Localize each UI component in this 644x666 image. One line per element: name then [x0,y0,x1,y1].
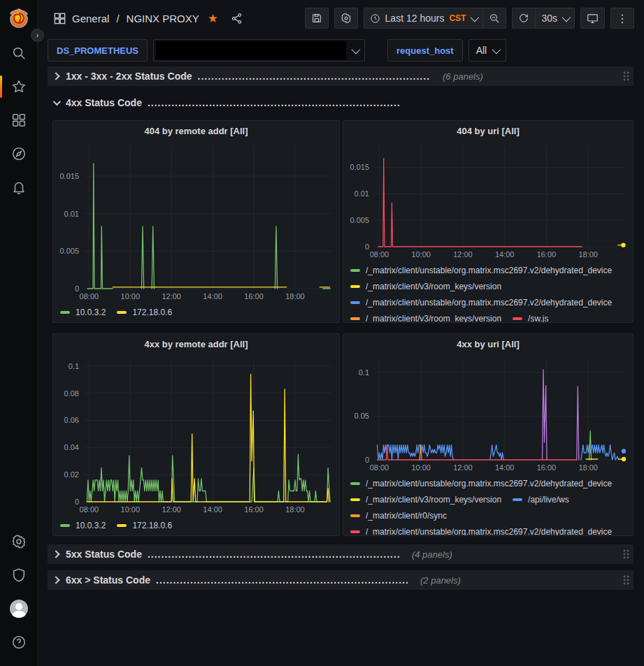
y-tick-label: 0.04 [64,443,79,451]
series-line [581,445,619,460]
y-tick-label: 0.06 [64,416,79,424]
clock-icon [370,13,380,24]
legend-item[interactable]: /_matrix/client/unstable/org.matrix.msc2… [350,262,612,278]
legend-swatch [350,514,360,517]
x-tick-label: 08:00 [370,463,389,472]
sidebar-item-help[interactable] [0,625,38,659]
nav-toolbar: General / NGINX PROXY ★ [38,0,644,36]
legend-item[interactable]: /_matrix/client/unstable/org.matrix.msc2… [350,523,612,535]
x-tick-label: 14:00 [203,505,222,514]
y-tick-label: 0.1 [69,362,79,370]
sidebar-item-starred[interactable] [0,70,38,103]
panel-title[interactable]: 404 by remote addr [All] [53,121,339,140]
x-tick-label: 16:00 [244,505,264,514]
variable-value-ds-prometheus[interactable] [153,39,365,61]
refresh-button[interactable] [512,8,536,29]
zoom-out-button[interactable] [483,8,506,29]
x-tick-label: 16:00 [537,463,557,472]
sidebar-item-explore[interactable] [0,137,38,171]
row-drag-handle[interactable] [622,574,629,586]
more-options-button[interactable]: ⋮ [610,8,634,29]
row-header-1xx-3xx-2xx[interactable]: 1xx - 3xx - 2xx Status Code ............… [48,66,634,86]
sidebar-item-search[interactable] [0,36,38,70]
legend-item[interactable]: 10.0.3.2 [60,304,106,320]
panel-title[interactable]: 404 by uri [All] [343,121,633,140]
breadcrumb-title[interactable]: NGINX PROXY [127,13,199,24]
magnifier-minus-icon [489,13,500,24]
row-drag-handle[interactable] [622,71,629,82]
x-tick-label: 08:00 [80,505,99,514]
series-point-marker [622,457,626,461]
legend-swatch [350,301,360,304]
panel-4xx-by-remote-addr: 4xx by remote addr [All] 00.020.040.060.… [52,333,340,536]
sidebar-item-server-admin[interactable] [0,558,38,592]
x-tick-label: 16:00 [244,292,264,301]
refresh-group: 30s [512,8,575,29]
legend-label: /sw.js [528,314,548,323]
sidebar-item-configuration[interactable] [0,525,38,558]
legend-item[interactable]: /sw.js [513,310,548,322]
save-dashboard-button[interactable] [305,8,329,29]
sidebar-expand-button[interactable]: › [31,29,44,42]
row-header-6xx[interactable]: 6xx > Status Code ......................… [48,570,634,590]
panel-legend: 10.0.3.2172.18.0.6 [53,516,339,535]
variable-value-request-host[interactable]: All [468,39,507,61]
sidebar-item-alerting[interactable] [0,171,38,204]
x-tick-label: 14:00 [495,250,515,259]
legend-label: /api/live/ws [528,495,569,505]
favorite-star-icon[interactable]: ★ [208,11,218,26]
y-tick-label: 0.015 [59,172,79,180]
row-header-5xx[interactable]: 5xx Status Code ........................… [48,544,634,564]
panel-title[interactable]: 4xx by remote addr [All] [53,334,339,354]
refresh-interval-label: 30s [541,13,557,24]
timeseries-plot[interactable]: 00.0050.010.01508:0010:0012:0014:0016:00… [53,140,339,303]
legend-item[interactable]: 172.18.0.6 [117,304,172,320]
dashboard-canvas: 1xx - 3xx - 2xx Status Code ............… [38,64,644,590]
row-drag-handle[interactable] [622,549,629,560]
legend-item[interactable]: /api/live/ws [513,491,569,507]
panel-title[interactable]: 4xx by uri [All] [343,334,633,354]
timeseries-plot[interactable]: 00.0050.010.01508:0010:0012:0014:0016:00… [343,140,633,261]
y-tick-label: 0 [365,242,369,251]
x-tick-label: 18:00 [578,250,598,259]
variables-bar: DS_PROMETHEUS request_host All [38,36,644,64]
legend-swatch [350,498,360,501]
help-icon [11,635,27,650]
row-header-4xx[interactable]: 4xx Status Code ........................… [48,93,634,113]
timeseries-plot[interactable]: 00.050.108:0010:0012:0014:0016:0018:00 [343,354,633,474]
breadcrumb-section[interactable]: General [72,13,109,24]
chevron-right-icon [52,72,59,80]
search-icon [11,45,27,61]
variable-label-ds-prometheus[interactable]: DS_PROMETHEUS [48,39,148,61]
share-button[interactable] [231,13,243,24]
dashboard-settings-button[interactable] [334,8,358,29]
chevron-down-icon [492,45,501,54]
legend-item[interactable]: /_matrix/client/v3/room_keys/version [350,491,501,507]
legend-item[interactable]: /_matrix/client/v3/room_keys/version [350,278,501,294]
series-point-marker [622,449,626,453]
legend-item[interactable]: 10.0.3.2 [60,517,106,533]
breadcrumb-separator: / [116,13,119,24]
chevron-down-icon [562,13,571,22]
y-tick-label: 0.01 [64,210,79,218]
kebab-icon: ⋮ [617,12,628,25]
legend-item[interactable]: 172.18.0.6 [117,517,172,533]
x-tick-label: 10:00 [121,505,141,514]
panel-4xx-by-uri: 4xx by uri [All] 00.050.108:0010:0012:00… [343,333,634,536]
refresh-interval-picker[interactable]: 30s [536,8,575,29]
sidebar-item-dashboards[interactable] [0,103,38,137]
bell-icon [11,180,27,195]
x-tick-label: 10:00 [411,250,431,259]
timeseries-plot[interactable]: 00.020.040.060.080.108:0010:0012:0014:00… [53,354,339,516]
legend-item[interactable]: /_matrix/client/v3/room_keys/version [350,310,501,322]
y-tick-label: 0.015 [350,163,369,171]
legend-item[interactable]: /_matrix/client/unstable/org.matrix.msc2… [350,294,612,310]
time-range-picker[interactable]: Last 12 hours CST [364,8,484,29]
sidebar-item-profile[interactable] [0,592,38,625]
variable-label-request-host[interactable]: request_host [387,39,463,61]
series-line [378,445,454,460]
redacted-value [156,41,346,59]
legend-item[interactable]: /_matrix/client/r0/sync [350,507,447,523]
tv-mode-button[interactable] [580,8,605,29]
legend-item[interactable]: /_matrix/client/unstable/org.matrix.msc2… [350,475,612,491]
